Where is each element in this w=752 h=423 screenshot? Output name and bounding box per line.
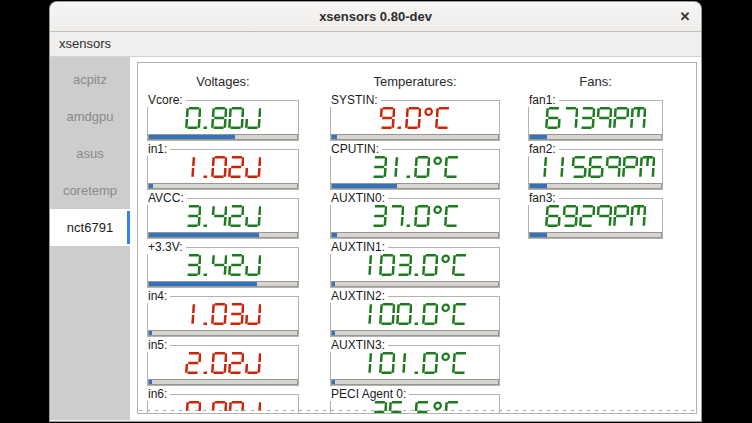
- sensor-progress-bar: [148, 183, 298, 189]
- content-area: Voltages:Vcore:in1:AVCC:+3.3V:in4:in5:in…: [130, 57, 701, 420]
- sensor-lcd-value: [334, 107, 496, 129]
- sensor-progress-fill: [332, 282, 335, 286]
- close-button[interactable]: ✕: [675, 7, 695, 27]
- sensor-lcd-value: [334, 303, 496, 325]
- sensor-lcd-value: [532, 107, 659, 129]
- sensor-progress-bar: [148, 232, 298, 238]
- sensor-progress-fill: [332, 184, 397, 188]
- sensor-3.3v: +3.3V:: [147, 241, 299, 290]
- sensor-progress-bar: [331, 379, 499, 385]
- sensor-label: Vcore:: [147, 94, 186, 107]
- sensor-progress-bar: [331, 281, 499, 287]
- sensor-progress-bar: [331, 183, 499, 189]
- sensor-vcore: Vcore:: [147, 94, 299, 143]
- sensor-scroll-viewport[interactable]: Voltages:Vcore:in1:AVCC:+3.3V:in4:in5:in…: [137, 62, 697, 414]
- column-header: Voltages:: [147, 74, 299, 94]
- sensor-progress-bar: [148, 281, 298, 287]
- sensor-progress-fill: [530, 135, 547, 139]
- sensor-progress-bar: [331, 134, 499, 140]
- window-title: xsensors 0.80-dev: [50, 2, 701, 32]
- sensor-label: AVCC:: [147, 192, 187, 205]
- sidebar-item-coretemp[interactable]: coretemp: [50, 172, 130, 209]
- column-header: Temperatures:: [330, 74, 500, 94]
- sensor-progress-fill: [149, 380, 152, 384]
- sensor-progress-fill: [332, 135, 337, 139]
- sensor-progress-fill: [149, 184, 153, 188]
- sensor-fan2: fan2:: [528, 143, 663, 192]
- sensor-in5: in5:: [147, 339, 299, 388]
- sensor-lcd-value: [334, 156, 496, 178]
- sensor-progress-fill: [530, 184, 547, 188]
- sidebar-item-asus[interactable]: asus: [50, 135, 130, 172]
- sensor-systin: SYSTIN:: [330, 94, 500, 143]
- sensor-label: fan2:: [528, 143, 559, 156]
- scroll-undershoot-indicator: [139, 410, 695, 411]
- sensor-lcd-value: [151, 303, 295, 325]
- sensor-in4: in4:: [147, 290, 299, 339]
- sensor-label: CPUTIN:: [330, 143, 382, 156]
- sensor-progress-fill: [149, 233, 259, 237]
- sensor-label: AUXTIN3:: [330, 339, 388, 352]
- sidebar-item-amdgpu[interactable]: amdgpu: [50, 98, 130, 135]
- sensor-label: AUXTIN2:: [330, 290, 388, 303]
- sidebar: acpitzamdgpuasuscoretempnct6791: [50, 57, 130, 420]
- column-voltages: Voltages:Vcore:in1:AVCC:+3.3V:in4:in5:in…: [147, 74, 299, 414]
- sensor-progress-fill: [332, 380, 335, 384]
- sensor-label: fan1:: [528, 94, 559, 107]
- sensor-lcd-value: [334, 205, 496, 227]
- sensor-label: in5:: [147, 339, 170, 352]
- sensor-progress-bar: [529, 232, 662, 238]
- sensor-progress-fill: [149, 331, 152, 335]
- sensor-progress-bar: [148, 134, 298, 140]
- sensor-progress-bar: [331, 330, 499, 336]
- sensor-fan1: fan1:: [528, 94, 663, 143]
- sensor-lcd-value: [532, 205, 659, 227]
- sensor-fan3: fan3:: [528, 192, 663, 241]
- tab-xsensors[interactable]: xsensors: [50, 32, 120, 57]
- sensor-auxtin3: AUXTIN3:: [330, 339, 500, 388]
- sensor-lcd-value: [151, 254, 295, 276]
- sensor-progress-fill: [149, 135, 235, 139]
- sensor-label: in4:: [147, 290, 170, 303]
- sensor-cputin: CPUTIN:: [330, 143, 500, 192]
- sensor-label: fan3:: [528, 192, 559, 205]
- sensor-label: in1:: [147, 143, 170, 156]
- sensor-lcd-value: [151, 205, 295, 227]
- sidebar-item-nct6791[interactable]: nct6791: [50, 209, 130, 246]
- sensor-auxtin0: AUXTIN0:: [330, 192, 500, 241]
- sensor-lcd-value: [334, 401, 496, 414]
- column-fans: Fans:fan1:fan2:fan3:: [528, 74, 663, 241]
- xsensors-window: xsensors 0.80-dev ✕ xsensors acpitzamdgp…: [50, 2, 701, 421]
- sensor-lcd-value: [151, 156, 295, 178]
- sensor-progress-bar: [148, 330, 298, 336]
- sidebar-item-acpitz[interactable]: acpitz: [50, 61, 130, 98]
- sensor-label: AUXTIN1:: [330, 241, 388, 254]
- sensor-lcd-value: [532, 156, 659, 178]
- sensor-progress-bar: [331, 232, 499, 238]
- sensor-progress-bar: [529, 183, 662, 189]
- sensor-label: in6:: [147, 388, 170, 401]
- sensor-progress-fill: [149, 282, 257, 286]
- sensor-lcd-value: [151, 352, 295, 374]
- column-header: Fans:: [528, 74, 663, 94]
- sensor-label: +3.3V:: [147, 241, 186, 254]
- titlebar[interactable]: xsensors 0.80-dev ✕: [50, 2, 701, 32]
- window-body: acpitzamdgpuasuscoretempnct6791 Voltages…: [50, 57, 701, 420]
- sensor-in1: in1:: [147, 143, 299, 192]
- sensor-label: SYSTIN:: [330, 94, 381, 107]
- sensor-progress-bar: [148, 379, 298, 385]
- column-temperatures: Temperatures:SYSTIN:CPUTIN:AUXTIN0:AUXTI…: [330, 74, 500, 414]
- sensor-progress-fill: [332, 233, 337, 237]
- sensor-label: PECI Agent 0:: [330, 388, 409, 401]
- sensor-label: AUXTIN0:: [330, 192, 388, 205]
- close-icon: ✕: [680, 9, 691, 24]
- sensor-lcd-value: [151, 107, 295, 129]
- desktop-background: xsensors 0.80-dev ✕ xsensors acpitzamdgp…: [0, 0, 752, 423]
- sensor-progress-fill: [530, 233, 547, 237]
- sensor-auxtin2: AUXTIN2:: [330, 290, 500, 339]
- sensor-auxtin1: AUXTIN1:: [330, 241, 500, 290]
- sensor-progress-fill: [332, 331, 335, 335]
- sensor-lcd-value: [151, 401, 295, 414]
- sensor-avcc: AVCC:: [147, 192, 299, 241]
- sensor-lcd-value: [334, 254, 496, 276]
